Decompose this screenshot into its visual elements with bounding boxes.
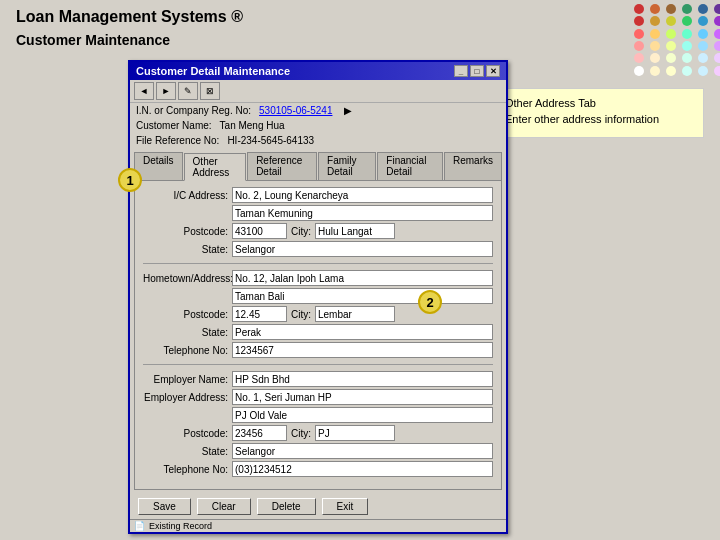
hometown-postcode-row: Postcode: City: [143,306,493,322]
customer-name-label: Customer Name: [136,120,212,131]
dot [666,4,676,14]
tab-remarks[interactable]: Remarks [444,152,502,180]
ic-postcode-row: Postcode: City: [143,223,493,239]
employer-addr-line1-input[interactable] [232,389,493,405]
dot [714,4,720,14]
hometown-postcode-input[interactable] [232,306,287,322]
page-subtitle: Customer Maintenance [0,30,720,54]
tab-financial[interactable]: Financial Detail [377,152,443,180]
minimize-button[interactable]: _ [454,65,468,77]
exit-button[interactable]: Exit [322,498,369,515]
ic-state-input[interactable] [232,241,493,257]
hometown-city-label: City: [291,309,311,320]
dot [682,53,692,63]
dot [682,41,692,51]
dot [634,4,644,14]
ic-city-input[interactable] [315,223,395,239]
dot [714,29,720,39]
toolbar-btn-close[interactable]: ⊠ [200,82,220,100]
dot [634,41,644,51]
employer-tel-label: Telephone No: [143,464,228,475]
employer-city-input[interactable] [315,425,395,441]
clear-button[interactable]: Clear [197,498,251,515]
employer-name-input[interactable] [232,371,493,387]
dot [650,4,660,14]
employer-state-input[interactable] [232,443,493,459]
hometown-city-input[interactable] [315,306,395,322]
dialog-title: Customer Detail Maintenance [136,65,290,77]
ic-postcode-input[interactable] [232,223,287,239]
dot [698,16,708,26]
dialog-window: Customer Detail Maintenance _ □ ✕ ◄ ► ✎ … [128,60,508,534]
employer-addr-line2-input[interactable] [232,407,493,423]
status-bar: 📄 Existing Record [130,519,506,532]
instruction-1-text: Other Address Tab [505,97,596,109]
dot [714,66,720,76]
instruction-panel: 1. Other Address Tab 2. Enter other addr… [474,88,704,138]
divider-1 [143,263,493,264]
dot [698,53,708,63]
dot [682,16,692,26]
dot [650,66,660,76]
instruction-1: 1. Other Address Tab [485,97,693,109]
toolbar-btn-2[interactable]: ► [156,82,176,100]
dot [634,53,644,63]
employer-state-row: State: [143,443,493,459]
id-value[interactable]: 530105-06-5241 [259,105,332,116]
dot [698,4,708,14]
dialog-controls: _ □ ✕ [454,65,500,77]
employer-tel-input[interactable] [232,461,493,477]
customer-name-value: Tan Meng Hua [220,120,285,131]
dot [666,53,676,63]
status-text: Existing Record [149,521,212,531]
dot [698,41,708,51]
hometown-line1-input[interactable] [232,270,493,286]
dot [650,29,660,39]
ic-state-row: State: [143,241,493,257]
form-content: I/C Address: Postcode: City: State: [134,180,502,490]
id-lookup-button[interactable]: ▶ [344,105,352,116]
tab-other-address[interactable]: Other Address [184,153,247,181]
hometown-line2-input[interactable] [232,288,493,304]
dialog-footer: Save Clear Delete Exit [130,494,506,519]
employer-name-label: Employer Name: [143,374,228,385]
employer-postcode-label: Postcode: [143,428,228,439]
dot [666,41,676,51]
ic-address-line2-input[interactable] [232,205,493,221]
employer-addr-label: Employer Address: [143,392,228,403]
tab-family[interactable]: Family Detail [318,152,376,180]
instruction-2: 2. Enter other address information [485,113,693,125]
close-button[interactable]: ✕ [486,65,500,77]
dot [682,66,692,76]
employer-postcode-input[interactable] [232,425,287,441]
status-icon: 📄 [134,521,145,531]
circle-1: 1 [118,168,142,192]
employer-section: Employer Name: Employer Address: Postcod… [143,371,493,477]
ic-address-row1: I/C Address: [143,187,493,203]
dot [650,53,660,63]
toolbar-btn-edit[interactable]: ✎ [178,82,198,100]
hometown-postcode-label: Postcode: [143,309,228,320]
employer-addr-row2 [143,407,493,423]
employer-state-label: State: [143,446,228,457]
ic-address-section: I/C Address: Postcode: City: State: [143,187,493,257]
hometown-tel-input[interactable] [232,342,493,358]
dot [634,16,644,26]
save-button[interactable]: Save [138,498,191,515]
dot [650,41,660,51]
dot [682,4,692,14]
hometown-tel-label: Telephone No: [143,345,228,356]
delete-button[interactable]: Delete [257,498,316,515]
tab-reference[interactable]: Reference Detail [247,152,317,180]
hometown-state-input[interactable] [232,324,493,340]
page-title: Loan Management Systems ® [16,8,704,26]
ic-address-line1-input[interactable] [232,187,493,203]
hometown-state-row: State: [143,324,493,340]
employer-city-label: City: [291,428,311,439]
toolbar-btn-1[interactable]: ◄ [134,82,154,100]
hometown-tel-row: Telephone No: [143,342,493,358]
maximize-button[interactable]: □ [470,65,484,77]
file-ref-row: File Reference No: HI-234-5645-64133 [130,133,506,148]
dot [666,16,676,26]
ic-address-label: I/C Address: [143,190,228,201]
